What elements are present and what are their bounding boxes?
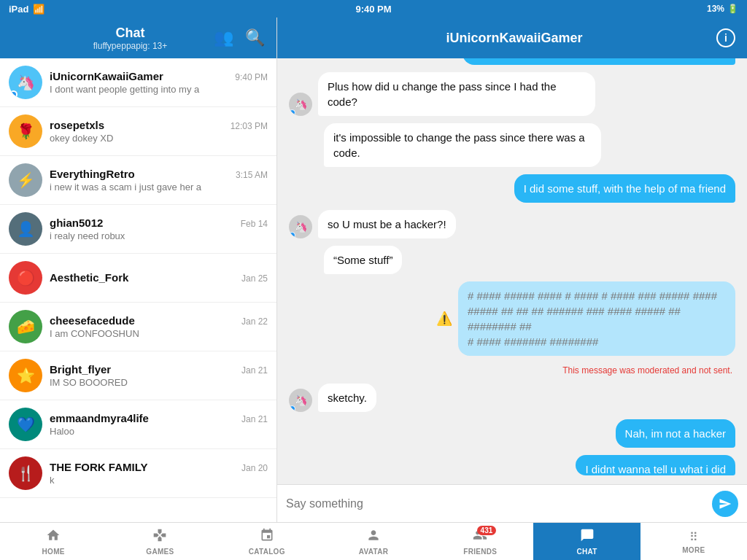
message-row: it's impossible to change the pass since… — [289, 123, 735, 167]
conv-content: EverythingRetro 3:15 AM i new it was a s… — [50, 168, 268, 192]
nav-badge-friends: 431 — [477, 526, 497, 535]
battery-label: 13% — [707, 4, 724, 14]
nav-item-avatar[interactable]: AVATAR — [320, 523, 427, 560]
battery-icon: 🔋 — [727, 4, 738, 14]
info-icon[interactable]: i — [716, 28, 735, 47]
message-row: Why wud i even have a pin when i dont ev… — [289, 58, 735, 65]
chat-subtitle: fluffypeppapig: 13+ — [47, 41, 214, 51]
catalog-nav-label: CATALOG — [249, 548, 285, 556]
message-bubble: Plus how did u change the pass since I h… — [318, 72, 595, 116]
conv-time: 9:40 PM — [235, 72, 268, 82]
conv-preview: okey dokey XD — [50, 133, 268, 144]
chat-partner-name: iUnicornKawaiiGamer — [446, 31, 582, 46]
input-area — [277, 484, 747, 522]
conv-time: Feb 14 — [241, 219, 268, 229]
conv-avatar: 👤 — [9, 212, 42, 246]
status-left: iPad 📶 — [9, 4, 44, 15]
conv-content: Bright_flyer Jan 21 IM SO BOOORED — [50, 363, 268, 388]
conv-name: THE FORK FAMILY — [50, 461, 147, 473]
conversation-item[interactable]: 💙 emmaandmyra4life Jan 21 Haloo — [0, 400, 276, 449]
conv-name: cheesefacedude — [50, 314, 135, 327]
conv-preview: I dont want people getting into my a — [50, 84, 268, 95]
send-button[interactable] — [712, 491, 738, 517]
conversation-item[interactable]: 🔴 Aesthetic_Fork Jan 25 — [0, 254, 276, 303]
conv-time: Jan 21 — [241, 414, 268, 424]
conv-time: 12:03 PM — [231, 121, 268, 131]
nav-item-games[interactable]: GAMES — [107, 523, 213, 560]
ipad-label: iPad — [9, 4, 28, 15]
conv-name: iUnicornKawaiiGamer — [50, 70, 163, 82]
conv-content: ghian5012 Feb 14 i realy need robux — [50, 217, 268, 241]
conv-avatar: ⭐ — [9, 359, 42, 392]
conversation-item[interactable]: 🍴 THE FORK FAMILY Jan 20 k — [0, 449, 276, 498]
right-panel: iUnicornKawaiiGamer i So that i can chan… — [277, 18, 747, 522]
conv-preview: i realy need robux — [50, 230, 268, 241]
nav-item-catalog[interactable]: CATALOG — [214, 523, 320, 560]
nav-item-home[interactable]: HOME — [0, 523, 107, 560]
conversation-item[interactable]: 🌹 rosepetxls 12:03 PM okey dokey XD — [0, 107, 276, 156]
message-bubble: “Some stuff” — [324, 246, 402, 274]
conversation-item[interactable]: 🧀 cheesefacedude Jan 22 I am CONFOOSHUN — [0, 303, 276, 351]
message-bubble: I didnt wanna tell u what i did — [576, 455, 735, 475]
conv-content: Aesthetic_Fork Jan 25 — [50, 271, 268, 285]
message-row: 🦄 sketchy. — [289, 384, 735, 412]
conversation-item[interactable]: 👤 ghian5012 Feb 14 i realy need robux — [0, 205, 276, 254]
message-bubble: Nah, im not a hacker — [616, 419, 735, 448]
home-nav-icon — [46, 528, 61, 546]
games-nav-icon — [152, 528, 167, 546]
send-icon — [719, 497, 732, 510]
conv-name: ghian5012 — [50, 217, 103, 229]
conv-preview: I am CONFOOSHUN — [50, 328, 268, 339]
more-nav-icon: ⠿ — [689, 529, 698, 545]
message-bubble: sketchy. — [318, 384, 376, 412]
moderated-message-row: ⚠️ # #### ##### #### # #### # #### ### #… — [289, 281, 735, 356]
conv-avatar: 💙 — [9, 408, 42, 441]
conversation-item[interactable]: ⚡ EverythingRetro 3:15 AM i new it was a… — [0, 156, 276, 205]
message-row: 🦄 Plus how did u change the pass since I… — [289, 72, 735, 116]
avatar-nav-icon — [366, 528, 381, 546]
chat-nav-label: CHAT — [576, 548, 597, 556]
conv-avatar: ⚡ — [9, 163, 42, 197]
message-row: I didnt wanna tell u what i did — [289, 455, 735, 475]
header-icons: 👥 🔍 — [214, 28, 265, 47]
conv-time: Jan 21 — [241, 365, 268, 376]
games-nav-label: GAMES — [146, 548, 174, 556]
conv-time: 3:15 AM — [236, 170, 268, 180]
conv-name: EverythingRetro — [50, 168, 135, 180]
conv-content: emmaandmyra4life Jan 21 Haloo — [50, 412, 268, 437]
msg-avatar: 🦄 — [289, 389, 312, 412]
moderated-note: This message was moderated and not sent. — [562, 365, 732, 376]
conversation-item[interactable]: 🦄 iUnicornKawaiiGamer 9:40 PM I dont wan… — [0, 58, 276, 107]
search-icon[interactable]: 🔍 — [245, 28, 265, 47]
conv-name: emmaandmyra4life — [50, 412, 149, 424]
bottom-nav: HOME GAMES CATALOG AVATAR 431 FRIENDS CH… — [0, 522, 747, 560]
status-right: 13% 🔋 — [707, 4, 738, 14]
conv-preview: k — [50, 475, 268, 486]
message-input[interactable] — [286, 497, 705, 510]
status-time: 9:40 PM — [355, 4, 391, 15]
friends-nav-label: FRIENDS — [463, 548, 497, 556]
conv-content: cheesefacedude Jan 22 I am CONFOOSHUN — [50, 314, 268, 339]
conv-avatar: 🌹 — [9, 114, 42, 148]
left-panel: Chat fluffypeppapig: 13+ 👥 🔍 🦄 iUnicornK… — [0, 18, 277, 522]
main-area: Chat fluffypeppapig: 13+ 👥 🔍 🦄 iUnicornK… — [0, 18, 747, 522]
nav-item-friends[interactable]: 431 FRIENDS — [427, 523, 533, 560]
conv-avatar: 🔴 — [9, 261, 42, 295]
chat-title: Chat — [47, 26, 214, 41]
conv-avatar: 🧀 — [9, 310, 42, 343]
message-bubble: I did some stuff, with the help of ma fr… — [514, 174, 735, 203]
msg-avatar: 🦄 — [289, 215, 312, 238]
conv-avatar: 🍴 — [9, 456, 42, 490]
conversation-item[interactable]: ⭐ Bright_flyer Jan 21 IM SO BOOORED — [0, 351, 276, 400]
chat-header-title: Chat fluffypeppapig: 13+ — [47, 26, 214, 51]
nav-item-chat[interactable]: CHAT — [533, 523, 640, 560]
chat-header: Chat fluffypeppapig: 13+ 👥 🔍 — [0, 18, 276, 58]
moderated-bubble: # #### ##### #### # #### # #### ### ####… — [458, 281, 735, 356]
catalog-nav-icon — [260, 528, 274, 546]
message-bubble: so U must be a hacker?! — [318, 210, 456, 238]
home-nav-label: HOME — [42, 548, 65, 556]
right-header: iUnicornKawaiiGamer i — [277, 18, 747, 58]
add-friends-icon[interactable]: 👥 — [214, 28, 233, 47]
nav-item-more[interactable]: ⠿ MORE — [640, 523, 747, 560]
wifi-icon: 📶 — [33, 4, 44, 15]
